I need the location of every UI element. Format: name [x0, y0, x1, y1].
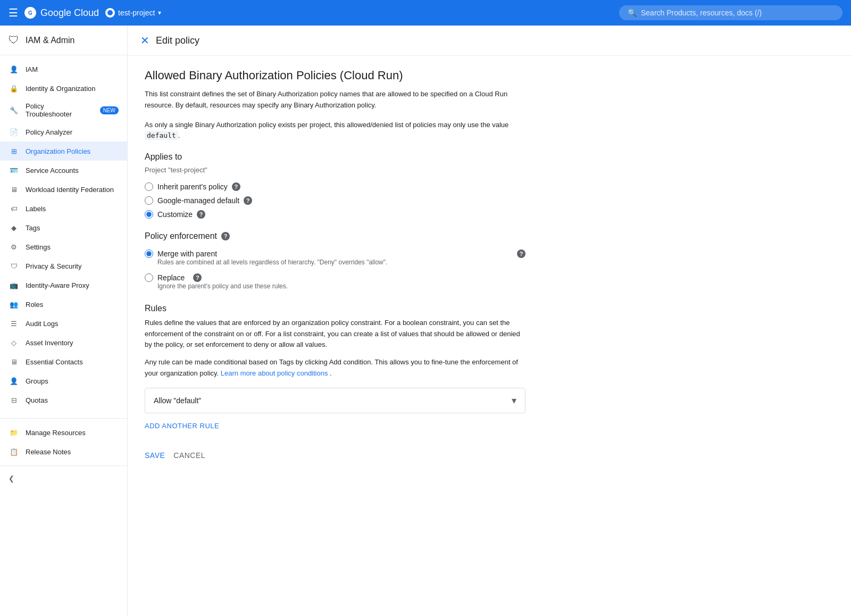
sidebar-nav: 👤 IAM 🔒 Identity & Organization 🔧 Policy… [0, 55, 127, 414]
sidebar-item-audit-logs[interactable]: ☰ Audit Logs [0, 314, 127, 333]
description-1: This list constraint defines the set of … [145, 89, 525, 111]
desc2-end: . [178, 131, 180, 139]
save-button[interactable]: SAVE [145, 447, 165, 464]
inherit-radio-input[interactable] [145, 182, 153, 191]
sidebar-divider-2 [0, 465, 127, 466]
desc2-code: default [145, 131, 178, 140]
sidebar-item-policy-analyzer[interactable]: 📄 Policy Analyzer [0, 122, 127, 141]
customize-radio-label[interactable]: Customize [157, 210, 193, 219]
radio-customize: Customize ? [145, 210, 525, 219]
applies-to-radio-group: Inherit parent's policy ? Google-managed… [145, 182, 525, 219]
add-another-rule-button[interactable]: ADD ANOTHER RULE [145, 418, 525, 434]
merge-radio-input[interactable] [145, 249, 153, 258]
new-badge: NEW [100, 106, 119, 114]
cancel-button[interactable]: CANCEL [173, 447, 205, 464]
menu-icon[interactable]: ☰ [9, 6, 18, 19]
close-button[interactable]: ✕ [140, 34, 149, 47]
sidebar-item-groups[interactable]: 👤 Groups [0, 371, 127, 390]
radio-google-managed-row: Google-managed default ? [145, 196, 525, 205]
replace-radio-label[interactable]: Replace [157, 273, 185, 282]
sidebar-item-essential-contacts[interactable]: 🖥 Essential Contacts [0, 352, 127, 371]
customize-help-icon[interactable]: ? [197, 210, 205, 219]
topbar: ☰ G Google Cloud test-project ▾ 🔍 Search… [0, 0, 851, 26]
chevron-down-icon: ▾ [158, 9, 161, 16]
screen2-icon: 🖥 [9, 358, 19, 366]
chevron-left-icon: ❮ [9, 475, 14, 482]
person-icon: 👤 [9, 65, 19, 73]
sidebar-item-service-accounts[interactable]: 🪪 Service Accounts [0, 161, 127, 180]
search-icon: 🔍 [628, 9, 637, 17]
sidebar-item-label: Service Accounts [26, 167, 79, 174]
screen-icon: 🖥 [9, 186, 19, 194]
sidebar-item-label: Policy Troubleshooter [26, 102, 91, 118]
sidebar-item-asset-inventory[interactable]: ◇ Asset Inventory [0, 333, 127, 352]
content-area: Allowed Binary Authorization Policies (C… [128, 56, 543, 494]
rules-description-1: Rules define the values that are enforce… [145, 318, 525, 351]
enforcement-label: Policy enforcement ? [145, 231, 525, 241]
sidebar-item-workload-identity[interactable]: 🖥 Workload Identity Federation [0, 180, 127, 199]
replace-radio-sublabel: Ignore the parent's policy and use these… [157, 282, 525, 291]
list-icon: ☰ [9, 320, 19, 328]
radio-merge-row: Merge with parent ? [145, 249, 525, 258]
google-managed-radio-label[interactable]: Google-managed default [157, 196, 239, 205]
merge-radio-label[interactable]: Merge with parent [157, 249, 217, 258]
replace-help-icon[interactable]: ? [193, 273, 202, 282]
merge-help-icon[interactable]: ? [517, 249, 525, 258]
sidebar-item-label: Roles [26, 301, 43, 309]
inherit-radio-label[interactable]: Inherit parent's policy [157, 182, 228, 191]
sidebar-item-label: Organization Policies [26, 147, 90, 155]
logo-text: Google Cloud [40, 7, 99, 19]
sidebar-item-release-notes[interactable]: 📋 Release Notes [0, 442, 127, 461]
document-icon: 📄 [9, 128, 19, 136]
shield-person2-icon: 🔒 [9, 85, 19, 93]
table-icon: ⊟ [9, 396, 19, 404]
customize-radio-input[interactable] [145, 210, 153, 219]
sidebar-item-manage-resources[interactable]: 📁 Manage Resources [0, 423, 127, 442]
rule-row-chevron-icon[interactable]: ▾ [512, 395, 516, 406]
enforcement-title: Policy enforcement [145, 231, 217, 241]
sidebar-item-label: Quotas [26, 396, 48, 404]
google-cloud-logo-icon: G [24, 7, 36, 19]
layout: 🛡 IAM & Admin 👤 IAM 🔒 Identity & Organiz… [0, 26, 851, 616]
doc2-icon: 📋 [9, 448, 19, 456]
sidebar-item-iam[interactable]: 👤 IAM [0, 60, 127, 79]
sidebar-item-privacy-security[interactable]: 🛡 Privacy & Security [0, 256, 127, 276]
radio-replace: Replace ? Ignore the parent's policy and… [145, 273, 525, 291]
merge-radio-sublabel: Rules are combined at all levels regardl… [157, 258, 525, 267]
learn-more-link[interactable]: Learn more about policy conditions [221, 369, 328, 377]
sidebar-item-labels[interactable]: 🏷 Labels [0, 199, 127, 218]
id-card-icon: 🪪 [9, 167, 19, 174]
page-header: ✕ Edit policy [128, 26, 851, 56]
google-managed-help-icon[interactable]: ? [244, 196, 252, 205]
rule-row[interactable]: Allow "default" ▾ [145, 388, 525, 413]
sidebar-item-roles[interactable]: 👥 Roles [0, 295, 127, 314]
google-managed-radio-input[interactable] [145, 196, 153, 205]
search-bar[interactable]: 🔍 Search Products, resources, docs (/) [619, 5, 842, 20]
sidebar-item-settings[interactable]: ⚙ Settings [0, 237, 127, 256]
sidebar-item-label: Policy Analyzer [26, 128, 72, 136]
sidebar-item-label: Workload Identity Federation [26, 186, 114, 194]
page-title: Edit policy [156, 35, 199, 46]
sidebar-item-identity-org[interactable]: 🔒 Identity & Organization [0, 79, 127, 98]
sidebar-item-quotas[interactable]: ⊟ Quotas [0, 390, 127, 410]
add-rule-label[interactable]: ADD ANOTHER RULE [145, 418, 219, 434]
sidebar-item-identity-aware-proxy[interactable]: 📺 Identity-Aware Proxy [0, 276, 127, 295]
replace-radio-input[interactable] [145, 273, 153, 282]
applies-to-title: Applies to [145, 152, 525, 162]
project-name: test-project [118, 9, 155, 17]
project-selector[interactable]: test-project ▾ [105, 8, 161, 18]
radio-google-managed: Google-managed default ? [145, 196, 525, 205]
sidebar-item-label: Settings [26, 243, 51, 251]
monitor-icon: 📺 [9, 281, 19, 289]
enforcement-help-icon[interactable]: ? [221, 232, 230, 240]
sidebar: 🛡 IAM & Admin 👤 IAM 🔒 Identity & Organiz… [0, 26, 128, 616]
shield-icon: 🛡 [9, 262, 19, 270]
folder-icon: 📁 [9, 429, 19, 437]
inherit-help-icon[interactable]: ? [232, 182, 240, 191]
sidebar-item-tags[interactable]: ◆ Tags [0, 218, 127, 237]
sidebar-item-label: Tags [26, 224, 40, 232]
sidebar-item-label: Release Notes [26, 448, 71, 456]
sidebar-item-policy-troubleshooter[interactable]: 🔧 Policy Troubleshooter NEW [0, 98, 127, 122]
sidebar-item-org-policies[interactable]: ⊞ Organization Policies [0, 141, 127, 161]
collapse-sidebar-button[interactable]: ❮ [0, 470, 127, 487]
